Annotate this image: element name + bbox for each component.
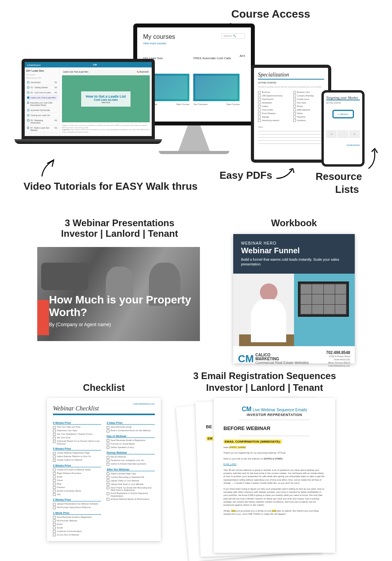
label-workbook: Workbook	[229, 218, 359, 229]
arrow-pdf	[274, 167, 298, 182]
webinar-slide-mockup: How Much is your Property Worth? By (Com…	[37, 247, 200, 341]
search-field: Search 🔍	[221, 33, 245, 39]
phone-mockup: Targeting your Market GETTING STARTED ⬥ …	[321, 90, 365, 167]
view-more-link: View more courses	[143, 42, 245, 45]
label-course-access: Course Access	[231, 8, 310, 20]
email-sequence-mockup: CM BE EM CM Live Webinar Sequence Emails…	[174, 398, 355, 555]
label-easy-pdfs: Easy PDFs	[220, 169, 272, 182]
filter-all: All ▾	[240, 54, 245, 58]
label-video-tutorials: Video Tutorials for EASY Walk thrus	[24, 180, 198, 192]
arrow-res	[365, 147, 380, 171]
checklist-mockup: CalicoMarketing.com Webinar Checklist 6 …	[47, 398, 161, 541]
label-webinar-line1: 3 Webinar Presentations	[41, 218, 198, 229]
label-lists: Lists	[335, 183, 359, 196]
label-email-line2: Investor | Lanlord | Tenant	[167, 382, 363, 393]
label-email-line1: 3 Email Registration Sequences	[167, 370, 363, 381]
label-resource: Resource	[316, 171, 362, 183]
tablet-mockup: Specialization GETTING STARTED Checklist…	[251, 65, 331, 163]
laptop-mockup: ◂ DashboardCM DIY Lead Gen 0% complete S…	[22, 59, 155, 144]
arrow-video	[37, 159, 57, 180]
course-card: FREE Automate Cold Calls Get OverviewSta…	[193, 56, 240, 105]
label-webinar-line2: Investor | Lanlord | Tenant	[41, 228, 198, 239]
label-checklist: Checklist	[57, 382, 151, 393]
workbook-mockup: WEBINAR HERO Webinar Funnel Build a funn…	[233, 234, 355, 363]
